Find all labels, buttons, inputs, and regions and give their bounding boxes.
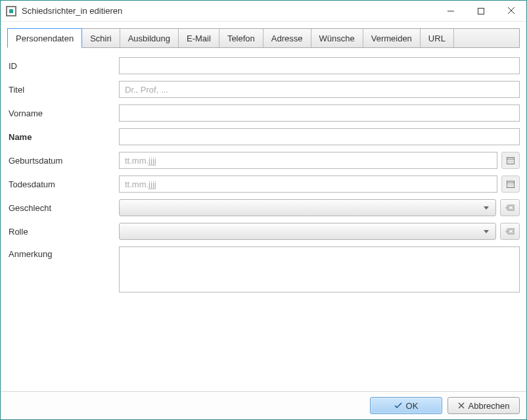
tab-url[interactable]: URL bbox=[421, 29, 454, 47]
tab-telefon[interactable]: Telefon bbox=[219, 29, 264, 47]
svg-rect-9 bbox=[507, 181, 514, 188]
clear-icon bbox=[505, 204, 515, 211]
row-name: Name bbox=[7, 128, 520, 145]
app-icon bbox=[6, 6, 16, 16]
tab-schiri[interactable]: Schiri bbox=[82, 29, 120, 47]
dialog-footer: OK Abbrechen bbox=[1, 391, 526, 419]
label-geschlecht: Geschlecht bbox=[7, 203, 119, 213]
form-panel: ID Titel Vorname Name Geburtsdatum bbox=[1, 48, 526, 391]
label-titel: Titel bbox=[7, 85, 119, 95]
window-controls bbox=[436, 1, 526, 21]
cancel-button[interactable]: Abbrechen bbox=[447, 397, 520, 414]
svg-rect-4 bbox=[507, 158, 514, 164]
input-titel[interactable] bbox=[119, 81, 520, 98]
chevron-down-icon bbox=[484, 206, 489, 210]
maximize-icon bbox=[478, 8, 484, 14]
row-todesdatum: Todesdatum bbox=[7, 175, 520, 193]
input-todesdatum[interactable] bbox=[119, 175, 497, 193]
input-geburtsdatum[interactable] bbox=[119, 152, 497, 169]
tab-adresse[interactable]: Adresse bbox=[264, 29, 311, 47]
row-geburtsdatum: Geburtsdatum bbox=[7, 152, 520, 169]
label-todesdatum: Todesdatum bbox=[7, 179, 119, 189]
tab-wuensche[interactable]: Wünsche bbox=[311, 29, 363, 47]
tab-personendaten[interactable]: Personendaten bbox=[7, 28, 82, 48]
row-id: ID bbox=[7, 57, 520, 74]
tab-ausbildung[interactable]: Ausbildung bbox=[120, 29, 179, 47]
label-id: ID bbox=[7, 61, 119, 71]
calendar-icon bbox=[507, 180, 515, 188]
input-vorname[interactable] bbox=[119, 105, 520, 122]
select-rolle[interactable] bbox=[119, 223, 496, 240]
label-rolle: Rolle bbox=[7, 227, 119, 237]
chevron-down-icon bbox=[484, 230, 489, 233]
input-name[interactable] bbox=[119, 128, 520, 145]
row-anmerkung: Anmerkung bbox=[7, 246, 520, 292]
row-titel: Titel bbox=[7, 81, 520, 98]
x-icon bbox=[458, 402, 465, 409]
row-geschlecht: Geschlecht bbox=[7, 199, 520, 216]
title-bar: Schiedsrichter_in editieren bbox=[1, 1, 526, 22]
textarea-anmerkung[interactable] bbox=[119, 246, 520, 292]
check-icon bbox=[394, 402, 402, 409]
row-rolle: Rolle bbox=[7, 223, 520, 240]
close-button[interactable] bbox=[496, 1, 526, 21]
close-icon bbox=[508, 7, 515, 14]
window-title: Schiedsrichter_in editieren bbox=[22, 6, 436, 16]
cancel-button-label: Abbrechen bbox=[469, 401, 510, 411]
row-vorname: Vorname bbox=[7, 105, 520, 122]
ok-button[interactable]: OK bbox=[370, 397, 442, 414]
calendar-icon bbox=[507, 156, 515, 164]
svg-rect-1 bbox=[478, 8, 484, 14]
input-id[interactable] bbox=[119, 57, 520, 74]
ok-button-label: OK bbox=[406, 401, 419, 411]
minimize-button[interactable] bbox=[436, 1, 466, 21]
dialog-window: Schiedsrichter_in editieren Personendate… bbox=[0, 0, 527, 420]
label-geburtsdatum: Geburtsdatum bbox=[7, 156, 119, 166]
maximize-button[interactable] bbox=[466, 1, 496, 21]
label-anmerkung: Anmerkung bbox=[7, 246, 119, 259]
datepicker-geburtsdatum-button[interactable] bbox=[501, 152, 520, 169]
clear-rolle-button[interactable] bbox=[500, 223, 520, 240]
clear-icon bbox=[505, 228, 515, 235]
clear-geschlecht-button[interactable] bbox=[500, 199, 520, 216]
label-name: Name bbox=[7, 132, 119, 142]
tab-area: Personendaten Schiri Ausbildung E-Mail T… bbox=[1, 22, 526, 48]
tab-vermeiden[interactable]: Vermeiden bbox=[363, 29, 421, 47]
datepicker-todesdatum-button[interactable] bbox=[501, 175, 520, 193]
tab-bar: Personendaten Schiri Ausbildung E-Mail T… bbox=[7, 28, 520, 48]
label-vorname: Vorname bbox=[7, 108, 119, 118]
select-geschlecht[interactable] bbox=[119, 199, 496, 216]
minimize-icon bbox=[447, 8, 454, 14]
tab-email[interactable]: E-Mail bbox=[179, 29, 219, 47]
